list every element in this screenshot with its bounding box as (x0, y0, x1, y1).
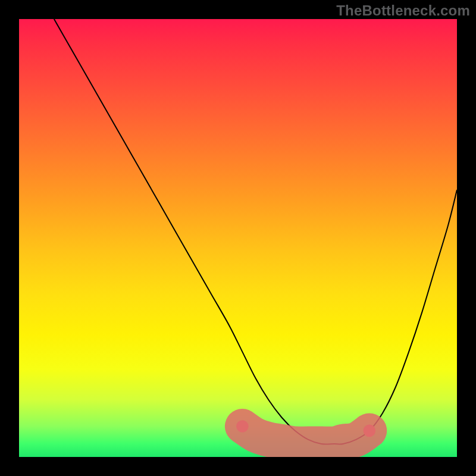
optimal-zone-line (242, 426, 369, 444)
watermark-text: TheBottleneck.com (336, 2, 470, 19)
bottleneck-curve-path (54, 19, 457, 444)
bottleneck-curve-svg (19, 19, 457, 457)
plot-area (19, 19, 457, 457)
optimal-zone-start-dot (236, 420, 249, 433)
optimal-zone-markers (236, 420, 375, 444)
chart-frame: TheBottleneck.com (0, 0, 476, 476)
optimal-zone-end-dot (363, 425, 375, 437)
